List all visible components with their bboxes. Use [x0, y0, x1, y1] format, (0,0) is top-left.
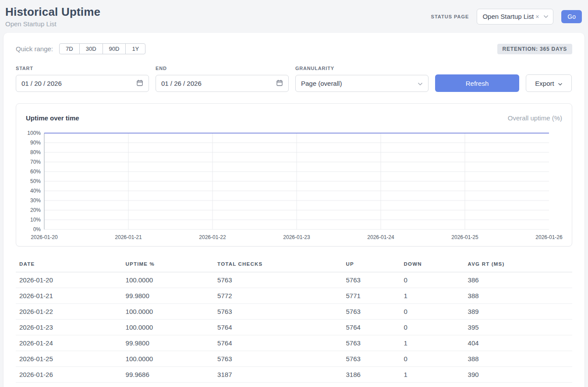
table-cell: 100.0000 [122, 272, 214, 288]
table-cell: 5763 [342, 272, 400, 288]
table-cell: 2026-01-21 [16, 288, 122, 304]
calendar-icon[interactable] [276, 79, 283, 88]
svg-text:0%: 0% [33, 226, 41, 232]
chart-header: Uptime over time Overall uptime (%) [25, 113, 563, 129]
svg-text:2026-01-20: 2026-01-20 [31, 234, 58, 240]
granularity-select[interactable]: Page (overall) [295, 75, 429, 92]
export-button-label: Export [535, 80, 554, 87]
start-date-input[interactable]: 01 / 20 / 2026 [16, 75, 149, 92]
refresh-button[interactable]: Refresh [435, 74, 519, 92]
table-cell: 2026-01-26 [16, 367, 122, 383]
main-card: Quick range: 7D30D90D1Y RETENTION: 365 D… [4, 33, 584, 387]
table-header-row: DATEUPTIME %TOTAL CHECKSUPDOWNAVG RT (MS… [16, 258, 572, 272]
table-cell: 5772 [214, 288, 342, 304]
table-cell: 0 [400, 320, 464, 335]
chevron-down-icon [558, 80, 563, 87]
table-cell: 388 [464, 288, 572, 304]
status-page-selected-value: Open Startup List [482, 13, 534, 20]
retention-badge: RETENTION: 365 DAYS [497, 44, 572, 54]
svg-text:60%: 60% [30, 169, 41, 175]
table-cell: 1 [400, 335, 464, 351]
svg-text:80%: 80% [30, 149, 41, 155]
chart-title: Uptime over time [26, 114, 79, 122]
svg-text:2026-01-25: 2026-01-25 [451, 234, 478, 240]
table-cell: 389 [464, 304, 572, 320]
granularity-label: GRANULARITY [295, 66, 429, 71]
svg-text:90%: 90% [30, 140, 41, 146]
page-subtitle: Open Startup List [5, 20, 100, 28]
table-cell: 2026-01-25 [16, 351, 122, 367]
table-row: 2026-01-2499.9800576457631404 [16, 335, 572, 351]
quick-range-30d-button[interactable]: 30D [79, 43, 103, 54]
table-cell: 100.0000 [122, 304, 214, 320]
table-cell: 390 [464, 367, 572, 383]
quick-range-90d-button[interactable]: 90D [103, 43, 126, 54]
svg-text:100%: 100% [27, 130, 41, 136]
table-cell: 5771 [342, 288, 400, 304]
status-page-select[interactable]: Open Startup List × [477, 9, 553, 25]
table-cell: 1 [400, 288, 464, 304]
column-header: TOTAL CHECKS [214, 258, 342, 272]
quick-range-1y-button[interactable]: 1Y [125, 43, 145, 54]
table-cell: 0 [400, 304, 464, 320]
svg-text:2026-01-26: 2026-01-26 [535, 234, 563, 240]
chart-legend: Overall uptime (%) [508, 114, 562, 122]
table-cell: 5763 [342, 335, 400, 351]
start-date-label: START [16, 66, 149, 71]
clear-selection-icon[interactable]: × [535, 13, 539, 20]
column-header: DATE [16, 258, 122, 272]
table-row: 2026-01-2699.9686318731861390 [16, 367, 572, 383]
table-cell: 3187 [214, 367, 342, 383]
end-date-input[interactable]: 01 / 26 / 2026 [156, 75, 289, 92]
table-cell: 2026-01-22 [16, 304, 122, 320]
column-header: AVG RT (MS) [464, 258, 572, 272]
table-cell: 404 [464, 335, 572, 351]
svg-text:40%: 40% [30, 188, 41, 194]
table-cell: 5764 [214, 320, 342, 335]
end-date-field: END 01 / 26 / 2026 [156, 66, 289, 92]
quick-range-7d-button[interactable]: 7D [59, 43, 80, 54]
chevron-down-icon [543, 15, 549, 18]
svg-text:2026-01-22: 2026-01-22 [199, 234, 226, 240]
svg-text:20%: 20% [30, 207, 41, 213]
table-row: 2026-01-25100.0000576357630388 [16, 351, 572, 367]
export-button[interactable]: Export [526, 74, 572, 92]
calendar-icon[interactable] [136, 79, 143, 88]
uptime-chart-card: Uptime over time Overall uptime (%) 0%10… [16, 103, 572, 246]
end-date-value: 01 / 26 / 2026 [161, 80, 202, 87]
table-cell: 5763 [342, 304, 400, 320]
granularity-field: GRANULARITY Page (overall) [295, 66, 429, 92]
svg-text:10%: 10% [30, 217, 41, 223]
table-body: 2026-01-20100.00005763576303862026-01-21… [16, 272, 572, 383]
table-cell: 5763 [214, 304, 342, 320]
table-row: 2026-01-20100.0000576357630386 [16, 272, 572, 288]
table-cell: 2026-01-20 [16, 272, 122, 288]
title-block: Historical Uptime Open Startup List [5, 5, 100, 28]
quick-range-label: Quick range: [16, 45, 53, 53]
table-cell: 2026-01-24 [16, 335, 122, 351]
table-cell: 388 [464, 351, 572, 367]
chevron-down-icon [418, 80, 423, 87]
table-cell: 99.9800 [122, 335, 214, 351]
filters-row: START 01 / 20 / 2026 END 01 / 26 / 2026 … [16, 66, 572, 92]
svg-text:70%: 70% [30, 159, 41, 165]
quick-range-row: Quick range: 7D30D90D1Y RETENTION: 365 D… [16, 43, 572, 54]
table-cell: 1 [400, 367, 464, 383]
column-header: DOWN [400, 258, 464, 272]
uptime-table: DATEUPTIME %TOTAL CHECKSUPDOWNAVG RT (MS… [16, 258, 572, 383]
granularity-selected-value: Page (overall) [301, 80, 342, 87]
go-button[interactable]: Go [561, 10, 582, 23]
table-cell: 100.0000 [122, 351, 214, 367]
table-cell: 395 [464, 320, 572, 335]
table-cell: 3186 [342, 367, 400, 383]
end-date-label: END [156, 66, 289, 71]
quick-range-group: 7D30D90D1Y [59, 43, 145, 54]
table-cell: 5763 [214, 351, 342, 367]
table-cell: 5763 [214, 272, 342, 288]
svg-text:2026-01-24: 2026-01-24 [367, 234, 394, 240]
topbar: Historical Uptime Open Startup List STAT… [0, 0, 588, 33]
start-date-value: 01 / 20 / 2026 [21, 80, 62, 87]
svg-text:30%: 30% [30, 197, 41, 204]
column-header: UPTIME % [122, 258, 214, 272]
table-cell: 100.0000 [122, 320, 214, 335]
